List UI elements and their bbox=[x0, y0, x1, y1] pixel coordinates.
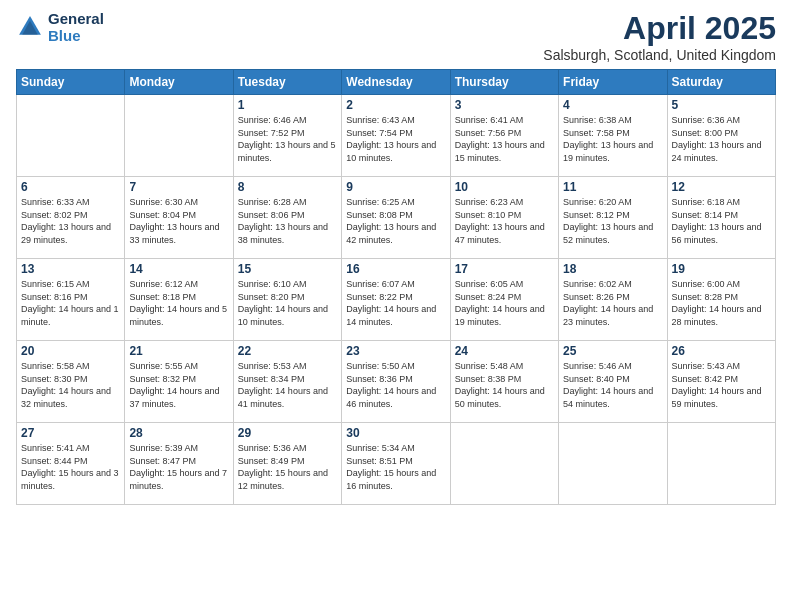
calendar-cell: 20Sunrise: 5:58 AM Sunset: 8:30 PM Dayli… bbox=[17, 341, 125, 423]
calendar-cell: 13Sunrise: 6:15 AM Sunset: 8:16 PM Dayli… bbox=[17, 259, 125, 341]
calendar-cell: 21Sunrise: 5:55 AM Sunset: 8:32 PM Dayli… bbox=[125, 341, 233, 423]
day-info: Sunrise: 6:33 AM Sunset: 8:02 PM Dayligh… bbox=[21, 196, 120, 246]
calendar-week-row: 27Sunrise: 5:41 AM Sunset: 8:44 PM Dayli… bbox=[17, 423, 776, 505]
day-number: 13 bbox=[21, 262, 120, 276]
logo-icon bbox=[16, 13, 44, 41]
day-number: 22 bbox=[238, 344, 337, 358]
day-info: Sunrise: 6:36 AM Sunset: 8:00 PM Dayligh… bbox=[672, 114, 771, 164]
calendar-cell: 3Sunrise: 6:41 AM Sunset: 7:56 PM Daylig… bbox=[450, 95, 558, 177]
day-number: 15 bbox=[238, 262, 337, 276]
day-info: Sunrise: 5:48 AM Sunset: 8:38 PM Dayligh… bbox=[455, 360, 554, 410]
day-info: Sunrise: 5:41 AM Sunset: 8:44 PM Dayligh… bbox=[21, 442, 120, 492]
day-info: Sunrise: 6:20 AM Sunset: 8:12 PM Dayligh… bbox=[563, 196, 662, 246]
day-number: 25 bbox=[563, 344, 662, 358]
calendar-cell: 24Sunrise: 5:48 AM Sunset: 8:38 PM Dayli… bbox=[450, 341, 558, 423]
day-info: Sunrise: 5:55 AM Sunset: 8:32 PM Dayligh… bbox=[129, 360, 228, 410]
day-number: 14 bbox=[129, 262, 228, 276]
day-info: Sunrise: 6:46 AM Sunset: 7:52 PM Dayligh… bbox=[238, 114, 337, 164]
calendar-cell: 14Sunrise: 6:12 AM Sunset: 8:18 PM Dayli… bbox=[125, 259, 233, 341]
day-info: Sunrise: 6:05 AM Sunset: 8:24 PM Dayligh… bbox=[455, 278, 554, 328]
calendar-cell: 26Sunrise: 5:43 AM Sunset: 8:42 PM Dayli… bbox=[667, 341, 775, 423]
weekday-header: Friday bbox=[559, 70, 667, 95]
day-number: 3 bbox=[455, 98, 554, 112]
day-number: 10 bbox=[455, 180, 554, 194]
weekday-header: Saturday bbox=[667, 70, 775, 95]
day-info: Sunrise: 6:15 AM Sunset: 8:16 PM Dayligh… bbox=[21, 278, 120, 328]
day-info: Sunrise: 6:12 AM Sunset: 8:18 PM Dayligh… bbox=[129, 278, 228, 328]
day-info: Sunrise: 6:23 AM Sunset: 8:10 PM Dayligh… bbox=[455, 196, 554, 246]
day-info: Sunrise: 6:00 AM Sunset: 8:28 PM Dayligh… bbox=[672, 278, 771, 328]
calendar-cell: 6Sunrise: 6:33 AM Sunset: 8:02 PM Daylig… bbox=[17, 177, 125, 259]
day-number: 28 bbox=[129, 426, 228, 440]
day-info: Sunrise: 6:10 AM Sunset: 8:20 PM Dayligh… bbox=[238, 278, 337, 328]
day-info: Sunrise: 5:36 AM Sunset: 8:49 PM Dayligh… bbox=[238, 442, 337, 492]
day-info: Sunrise: 5:53 AM Sunset: 8:34 PM Dayligh… bbox=[238, 360, 337, 410]
day-info: Sunrise: 5:50 AM Sunset: 8:36 PM Dayligh… bbox=[346, 360, 445, 410]
calendar-cell: 10Sunrise: 6:23 AM Sunset: 8:10 PM Dayli… bbox=[450, 177, 558, 259]
day-info: Sunrise: 5:34 AM Sunset: 8:51 PM Dayligh… bbox=[346, 442, 445, 492]
calendar-cell: 11Sunrise: 6:20 AM Sunset: 8:12 PM Dayli… bbox=[559, 177, 667, 259]
day-info: Sunrise: 6:38 AM Sunset: 7:58 PM Dayligh… bbox=[563, 114, 662, 164]
weekday-header: Sunday bbox=[17, 70, 125, 95]
day-number: 16 bbox=[346, 262, 445, 276]
calendar-cell: 30Sunrise: 5:34 AM Sunset: 8:51 PM Dayli… bbox=[342, 423, 450, 505]
calendar-cell: 16Sunrise: 6:07 AM Sunset: 8:22 PM Dayli… bbox=[342, 259, 450, 341]
calendar-cell: 9Sunrise: 6:25 AM Sunset: 8:08 PM Daylig… bbox=[342, 177, 450, 259]
calendar-cell: 7Sunrise: 6:30 AM Sunset: 8:04 PM Daylig… bbox=[125, 177, 233, 259]
calendar-cell: 23Sunrise: 5:50 AM Sunset: 8:36 PM Dayli… bbox=[342, 341, 450, 423]
calendar-cell: 27Sunrise: 5:41 AM Sunset: 8:44 PM Dayli… bbox=[17, 423, 125, 505]
title-area: April 2025 Salsburgh, Scotland, United K… bbox=[543, 10, 776, 63]
calendar-cell: 17Sunrise: 6:05 AM Sunset: 8:24 PM Dayli… bbox=[450, 259, 558, 341]
calendar-cell: 12Sunrise: 6:18 AM Sunset: 8:14 PM Dayli… bbox=[667, 177, 775, 259]
day-number: 26 bbox=[672, 344, 771, 358]
subtitle: Salsburgh, Scotland, United Kingdom bbox=[543, 47, 776, 63]
day-number: 11 bbox=[563, 180, 662, 194]
day-info: Sunrise: 6:28 AM Sunset: 8:06 PM Dayligh… bbox=[238, 196, 337, 246]
calendar-cell: 28Sunrise: 5:39 AM Sunset: 8:47 PM Dayli… bbox=[125, 423, 233, 505]
weekday-header: Tuesday bbox=[233, 70, 341, 95]
day-number: 30 bbox=[346, 426, 445, 440]
calendar-cell bbox=[17, 95, 125, 177]
weekday-header: Monday bbox=[125, 70, 233, 95]
calendar-cell bbox=[125, 95, 233, 177]
day-number: 17 bbox=[455, 262, 554, 276]
day-number: 4 bbox=[563, 98, 662, 112]
calendar-cell bbox=[450, 423, 558, 505]
day-number: 2 bbox=[346, 98, 445, 112]
calendar-cell: 15Sunrise: 6:10 AM Sunset: 8:20 PM Dayli… bbox=[233, 259, 341, 341]
calendar-cell: 29Sunrise: 5:36 AM Sunset: 8:49 PM Dayli… bbox=[233, 423, 341, 505]
logo-text: General Blue bbox=[48, 10, 104, 44]
calendar-table: SundayMondayTuesdayWednesdayThursdayFrid… bbox=[16, 69, 776, 505]
day-number: 5 bbox=[672, 98, 771, 112]
calendar-header-row: SundayMondayTuesdayWednesdayThursdayFrid… bbox=[17, 70, 776, 95]
page: General Blue April 2025 Salsburgh, Scotl… bbox=[0, 0, 792, 612]
calendar-cell: 25Sunrise: 5:46 AM Sunset: 8:40 PM Dayli… bbox=[559, 341, 667, 423]
header: General Blue April 2025 Salsburgh, Scotl… bbox=[16, 10, 776, 63]
weekday-header: Thursday bbox=[450, 70, 558, 95]
day-number: 18 bbox=[563, 262, 662, 276]
day-number: 12 bbox=[672, 180, 771, 194]
day-info: Sunrise: 6:41 AM Sunset: 7:56 PM Dayligh… bbox=[455, 114, 554, 164]
day-number: 19 bbox=[672, 262, 771, 276]
day-number: 23 bbox=[346, 344, 445, 358]
day-number: 24 bbox=[455, 344, 554, 358]
day-number: 6 bbox=[21, 180, 120, 194]
day-info: Sunrise: 6:07 AM Sunset: 8:22 PM Dayligh… bbox=[346, 278, 445, 328]
day-number: 21 bbox=[129, 344, 228, 358]
day-number: 29 bbox=[238, 426, 337, 440]
logo: General Blue bbox=[16, 10, 104, 44]
day-info: Sunrise: 6:25 AM Sunset: 8:08 PM Dayligh… bbox=[346, 196, 445, 246]
calendar-cell: 2Sunrise: 6:43 AM Sunset: 7:54 PM Daylig… bbox=[342, 95, 450, 177]
day-number: 8 bbox=[238, 180, 337, 194]
calendar-cell bbox=[559, 423, 667, 505]
day-number: 27 bbox=[21, 426, 120, 440]
weekday-header: Wednesday bbox=[342, 70, 450, 95]
calendar-cell: 19Sunrise: 6:00 AM Sunset: 8:28 PM Dayli… bbox=[667, 259, 775, 341]
calendar-cell: 5Sunrise: 6:36 AM Sunset: 8:00 PM Daylig… bbox=[667, 95, 775, 177]
calendar-cell: 4Sunrise: 6:38 AM Sunset: 7:58 PM Daylig… bbox=[559, 95, 667, 177]
day-info: Sunrise: 6:30 AM Sunset: 8:04 PM Dayligh… bbox=[129, 196, 228, 246]
day-info: Sunrise: 6:43 AM Sunset: 7:54 PM Dayligh… bbox=[346, 114, 445, 164]
calendar-cell: 22Sunrise: 5:53 AM Sunset: 8:34 PM Dayli… bbox=[233, 341, 341, 423]
calendar-week-row: 6Sunrise: 6:33 AM Sunset: 8:02 PM Daylig… bbox=[17, 177, 776, 259]
calendar-week-row: 13Sunrise: 6:15 AM Sunset: 8:16 PM Dayli… bbox=[17, 259, 776, 341]
